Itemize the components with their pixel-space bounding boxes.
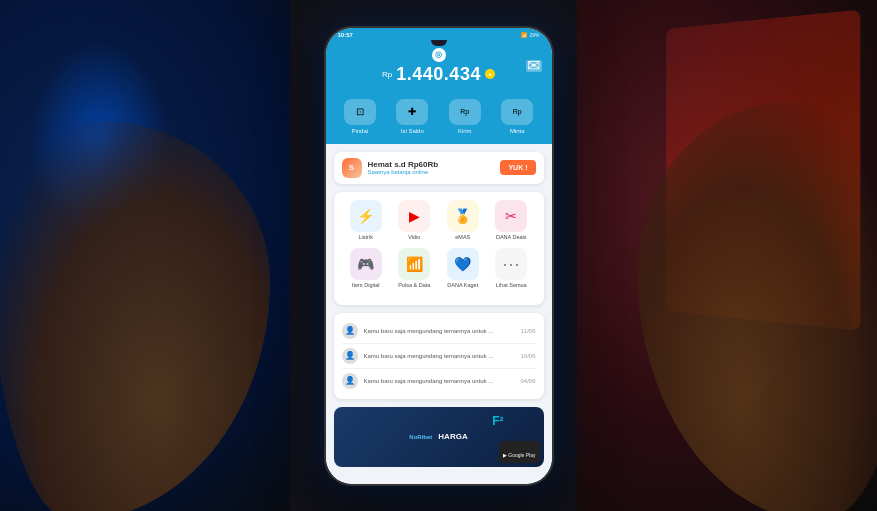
wallet-coin-icon: ● bbox=[485, 69, 495, 79]
game-badge: F² bbox=[492, 411, 503, 429]
phone: 10:57 📶 29% ◎ Rp 1.440.434 ● ✉ bbox=[324, 26, 554, 486]
promo-text: Hemat s.d Rp60Rb Saatnya belanja online bbox=[368, 160, 439, 175]
kirim-icon: Rp bbox=[449, 99, 481, 125]
promo-banner[interactable]: S Hemat s.d Rp60Rb Saatnya belanja onlin… bbox=[334, 152, 544, 184]
activity-avatar-1: 👤 bbox=[342, 323, 358, 339]
vidio-icon: ▶ bbox=[398, 200, 430, 232]
app-vidio[interactable]: ▶ Vidio bbox=[392, 200, 436, 241]
kirim-label: Kirim bbox=[458, 128, 472, 134]
activity-date-2: 10/06 bbox=[520, 353, 535, 359]
pindai-icon: ⊡ bbox=[344, 99, 376, 125]
activity-item-1[interactable]: 👤 Kamu baru saja mengundang temannya unt… bbox=[342, 319, 536, 344]
signal-icon: 📶 bbox=[521, 32, 527, 38]
pindai-label: Pindai bbox=[351, 128, 368, 134]
pindai-button[interactable]: ⊡ Pindai bbox=[344, 99, 376, 134]
activity-list: 👤 Kamu baru saja mengundang temannya unt… bbox=[334, 313, 544, 399]
app-row-2: 🎮 Item Digital 📶 Pulsa & Data 💙 DANA Kag… bbox=[342, 248, 536, 289]
minta-label: Minta bbox=[510, 128, 525, 134]
battery-icon: 29% bbox=[529, 32, 539, 38]
pulsa-icon: 📶 bbox=[398, 248, 430, 280]
app-row-1: ⚡ Listrik ▶ Vidio 🏅 eMAS ✂ bbox=[342, 200, 536, 241]
app-listrik[interactable]: ⚡ Listrik bbox=[344, 200, 388, 241]
isi-saldo-icon: ✚ bbox=[396, 99, 428, 125]
phone-screen: 10:57 📶 29% ◎ Rp 1.440.434 ● ✉ bbox=[326, 28, 552, 484]
activity-item-2[interactable]: 👤 Kamu baru saja mengundang temannya unt… bbox=[342, 344, 536, 369]
emas-label: eMAS bbox=[455, 234, 470, 241]
app-grid: ⚡ Listrik ▶ Vidio 🏅 eMAS ✂ bbox=[334, 192, 544, 305]
promo-left: S Hemat s.d Rp60Rb Saatnya belanja onlin… bbox=[342, 158, 439, 178]
activity-date-1: 11/06 bbox=[520, 328, 535, 334]
dana-logo-letter: ◎ bbox=[435, 50, 442, 59]
wallet-header: ◎ Rp 1.440.434 ● ✉ bbox=[326, 40, 552, 99]
activity-avatar-3: 👤 bbox=[342, 373, 358, 389]
activity-date-3: 04/06 bbox=[520, 378, 535, 384]
minta-button[interactable]: Rp Minta bbox=[501, 99, 533, 134]
wallet-amount-value: 1.440.434 bbox=[396, 64, 481, 85]
kirim-button[interactable]: Rp Kirim bbox=[449, 99, 481, 134]
wallet-logo: ◎ bbox=[338, 48, 540, 62]
activity-item-3[interactable]: 👤 Kamu baru saja mengundang temannya unt… bbox=[342, 369, 536, 393]
app-item-digital[interactable]: 🎮 Item Digital bbox=[344, 248, 388, 289]
app-lihat-semua[interactable]: ⋯ Lihat Semua bbox=[489, 248, 533, 289]
envelope-icon[interactable]: ✉ bbox=[526, 60, 542, 72]
wallet-amount-row: Rp 1.440.434 ● bbox=[338, 64, 540, 85]
wallet-currency-label: Rp bbox=[382, 70, 392, 79]
dana-deals-icon: ✂ bbox=[495, 200, 527, 232]
isi-saldo-label: Isi Saldo bbox=[401, 128, 424, 134]
item-digital-label: Item Digital bbox=[352, 282, 380, 289]
dana-kaget-label: DANA Kaget bbox=[447, 282, 478, 289]
status-icons: 📶 29% bbox=[521, 32, 539, 38]
dana-deals-label: DANA Deals bbox=[496, 234, 527, 241]
listrik-label: Listrik bbox=[359, 234, 373, 241]
minta-icon: Rp bbox=[501, 99, 533, 125]
bottom-promo-banner[interactable]: NoRibet HARGA ▶ Google Play F² bbox=[334, 407, 544, 467]
isi-saldo-button[interactable]: ✚ Isi Saldo bbox=[396, 99, 428, 134]
status-time: 10:57 bbox=[338, 32, 353, 38]
action-buttons-row: ⊡ Pindai ✚ Isi Saldo Rp Kirim Rp Minta bbox=[326, 99, 552, 144]
main-content: S Hemat s.d Rp60Rb Saatnya belanja onlin… bbox=[326, 144, 552, 484]
activity-text-3: Kamu baru saja mengundang temannya untuk… bbox=[364, 378, 515, 384]
dana-logo-circle: ◎ bbox=[432, 48, 446, 62]
lihat-semua-label: Lihat Semua bbox=[496, 282, 527, 289]
activity-text-1: Kamu baru saja mengundang temannya untuk… bbox=[364, 328, 515, 334]
status-bar: 10:57 📶 29% bbox=[326, 28, 552, 40]
activity-avatar-2: 👤 bbox=[342, 348, 358, 364]
scene: 10:57 📶 29% ◎ Rp 1.440.434 ● ✉ bbox=[0, 0, 877, 511]
promo-title: Hemat s.d Rp60Rb bbox=[368, 160, 439, 169]
listrik-icon: ⚡ bbox=[350, 200, 382, 232]
promo-subtitle: Saatnya belanja online bbox=[368, 169, 439, 175]
item-digital-icon: 🎮 bbox=[350, 248, 382, 280]
activity-text-2: Kamu baru saja mengundang temannya untuk… bbox=[364, 353, 515, 359]
app-emas[interactable]: 🏅 eMAS bbox=[441, 200, 485, 241]
vidio-label: Vidio bbox=[408, 234, 420, 241]
bottom-promo-label: NoRibet bbox=[409, 434, 432, 440]
lihat-semua-icon: ⋯ bbox=[495, 248, 527, 280]
google-play-badge: ▶ Google Play bbox=[499, 441, 540, 463]
promo-yuk-button[interactable]: YUK ! bbox=[500, 160, 535, 175]
app-dana-kaget[interactable]: 💙 DANA Kaget bbox=[441, 248, 485, 289]
app-pulsa-data[interactable]: 📶 Pulsa & Data bbox=[392, 248, 436, 289]
bottom-promo-harga: HARGA bbox=[438, 432, 467, 441]
pulsa-label: Pulsa & Data bbox=[398, 282, 430, 289]
app-dana-deals[interactable]: ✂ DANA Deals bbox=[489, 200, 533, 241]
emas-icon: 🏅 bbox=[447, 200, 479, 232]
promo-logo: S bbox=[342, 158, 362, 178]
dana-kaget-icon: 💙 bbox=[447, 248, 479, 280]
